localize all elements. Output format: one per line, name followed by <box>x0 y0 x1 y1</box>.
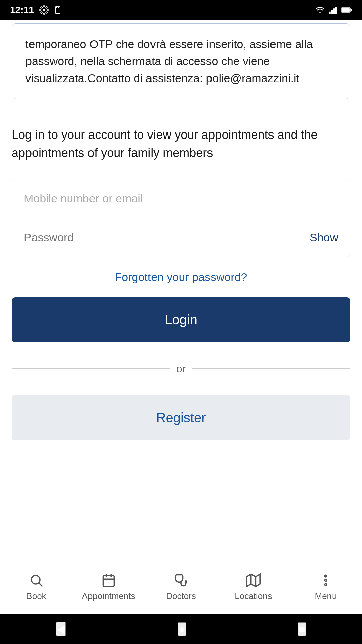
svg-rect-10 <box>103 575 114 586</box>
nav-label-menu: Menu <box>315 591 337 601</box>
battery-icon <box>341 7 352 13</box>
show-password-button[interactable]: Show <box>298 231 350 244</box>
svg-point-20 <box>325 584 327 586</box>
forgotten-password-link[interactable]: Forgotten your password? <box>115 271 247 283</box>
main-content: temporaneo OTP che dovrà essere inserito… <box>0 20 362 560</box>
svg-rect-1 <box>329 12 331 14</box>
nav-label-book: Book <box>26 591 46 601</box>
forgotten-password-container: Forgotten your password? <box>12 271 350 284</box>
clipboard-icon <box>54 5 62 15</box>
nav-item-menu[interactable]: Menu <box>290 573 362 601</box>
calendar-icon <box>101 573 116 588</box>
nav-item-locations[interactable]: Locations <box>217 573 290 601</box>
svg-rect-4 <box>335 7 337 14</box>
android-recent-button[interactable]: ■ <box>298 622 306 636</box>
info-box: temporaneo OTP che dovrà essere inserito… <box>12 23 350 99</box>
stethoscope-icon <box>174 573 188 588</box>
svg-rect-2 <box>331 10 333 14</box>
email-input[interactable] <box>12 179 350 218</box>
android-home-button[interactable]: ● <box>178 622 186 636</box>
status-bar: 12:11 <box>0 0 362 20</box>
or-text: or <box>176 363 186 375</box>
wifi-icon <box>315 6 325 14</box>
nav-label-appointments: Appointments <box>82 591 135 601</box>
time-display: 12:11 <box>10 5 34 15</box>
svg-point-14 <box>185 581 187 582</box>
or-line-right <box>192 368 350 369</box>
status-left: 12:11 <box>10 5 62 15</box>
or-divider: or <box>12 363 350 375</box>
status-right <box>315 5 352 15</box>
nav-label-locations: Locations <box>235 591 272 601</box>
nav-item-book[interactable]: Book <box>0 573 72 601</box>
login-description: Log in to your account to view your appo… <box>12 126 350 162</box>
map-icon <box>246 573 261 588</box>
svg-line-9 <box>39 583 42 586</box>
search-icon <box>29 573 44 588</box>
nav-label-doctors: Doctors <box>166 591 196 601</box>
svg-rect-0 <box>57 7 59 8</box>
nav-item-appointments[interactable]: Appointments <box>72 573 145 601</box>
login-button[interactable]: Login <box>12 297 350 342</box>
svg-marker-15 <box>247 574 260 587</box>
svg-point-19 <box>325 579 327 581</box>
svg-rect-6 <box>342 8 350 12</box>
android-back-button[interactable]: ◀ <box>56 622 66 636</box>
svg-rect-7 <box>351 9 352 11</box>
svg-point-18 <box>325 575 327 577</box>
android-nav: ◀ ● ■ <box>0 614 362 644</box>
or-line-left <box>12 368 170 369</box>
settings-icon <box>39 5 49 15</box>
password-input[interactable] <box>12 218 298 257</box>
nav-item-doctors[interactable]: Doctors <box>145 573 217 601</box>
bottom-nav: Book Appointments Doctors Locations <box>0 560 362 614</box>
signal-icon <box>329 5 337 15</box>
password-row: Show <box>12 218 350 257</box>
register-button[interactable]: Register <box>12 395 350 440</box>
form-container: Show <box>12 179 350 257</box>
svg-point-8 <box>31 575 40 584</box>
menu-icon <box>318 573 333 588</box>
info-box-text: temporaneo OTP che dovrà essere inserito… <box>25 36 337 87</box>
svg-rect-3 <box>333 8 335 14</box>
